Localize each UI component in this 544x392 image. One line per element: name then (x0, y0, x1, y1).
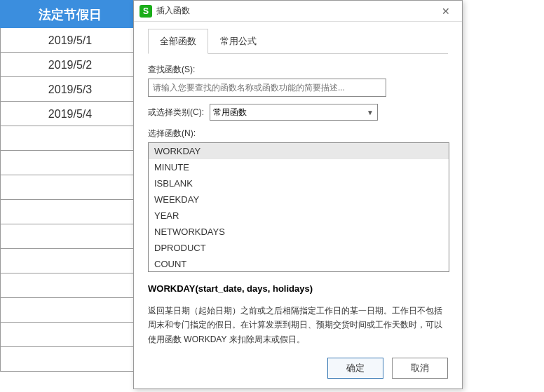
wps-app-icon: S (140, 5, 152, 18)
function-description: 返回某日期（起始日期）之前或之后相隔指定工作日的某一日期。工作日不包括周末和专门… (148, 304, 442, 346)
category-select[interactable]: 常用函数 (210, 104, 378, 121)
close-icon: ✕ (442, 6, 450, 17)
dialog-body: 全部函数 常用公式 查找函数(S): 或选择类别(C): 常用函数 ▼ 选择函数… (134, 22, 462, 353)
function-item-weekday[interactable]: WEEKDAY (149, 191, 449, 208)
close-button[interactable]: ✕ (435, 4, 456, 19)
table-row[interactable] (0, 224, 140, 249)
function-item-networkdays[interactable]: NETWORKDAYS (149, 224, 449, 240)
dialog-title: 插入函数 (156, 5, 435, 17)
table-row[interactable]: 2019/5/4 (0, 102, 140, 126)
table-row[interactable] (0, 249, 140, 273)
function-item-year[interactable]: YEAR (149, 208, 449, 224)
spreadsheet-column: 法定节假日 2019/5/1 2019/5/2 2019/5/3 2019/5/… (0, 0, 140, 372)
tab-bar: 全部函数 常用公式 (148, 29, 448, 54)
table-row[interactable] (0, 126, 140, 151)
table-row[interactable]: 2019/5/2 (0, 53, 140, 77)
tab-common-formulas[interactable]: 常用公式 (208, 29, 268, 54)
function-item-dproduct[interactable]: DPRODUCT (149, 240, 449, 256)
table-row[interactable]: 2019/5/1 (0, 28, 140, 53)
dialog-titlebar: S 插入函数 ✕ (134, 1, 462, 22)
function-signature: WORKDAY(start_date, days, holidays) (148, 283, 448, 294)
table-row[interactable] (0, 347, 140, 372)
function-item-minute[interactable]: MINUTE (149, 159, 449, 175)
table-row[interactable] (0, 151, 140, 175)
table-row[interactable]: 2019/5/3 (0, 77, 140, 102)
tab-all-functions[interactable]: 全部函数 (148, 29, 208, 54)
cancel-button[interactable]: 取消 (392, 358, 448, 379)
insert-function-dialog: S 插入函数 ✕ 全部函数 常用公式 查找函数(S): 或选择类别(C): 常用… (133, 0, 463, 389)
table-row[interactable] (0, 175, 140, 200)
select-function-label: 选择函数(N): (148, 128, 448, 140)
ok-button[interactable]: 确定 (327, 358, 383, 379)
search-label: 查找函数(S): (148, 64, 448, 76)
function-list[interactable]: WORKDAY MINUTE ISBLANK WEEKDAY YEAR NETW… (148, 142, 449, 272)
function-item-count[interactable]: COUNT (149, 256, 449, 272)
table-row[interactable] (0, 323, 140, 347)
button-bar: 确定 取消 (327, 358, 448, 379)
function-item-workday[interactable]: WORKDAY (149, 143, 449, 159)
table-row[interactable] (0, 200, 140, 224)
function-item-isblank[interactable]: ISBLANK (149, 175, 449, 191)
column-header-holiday: 法定节假日 (0, 0, 140, 28)
table-row[interactable] (0, 273, 140, 298)
table-row[interactable] (0, 298, 140, 323)
search-function-input[interactable] (148, 79, 386, 97)
category-label: 或选择类别(C): (148, 107, 204, 119)
